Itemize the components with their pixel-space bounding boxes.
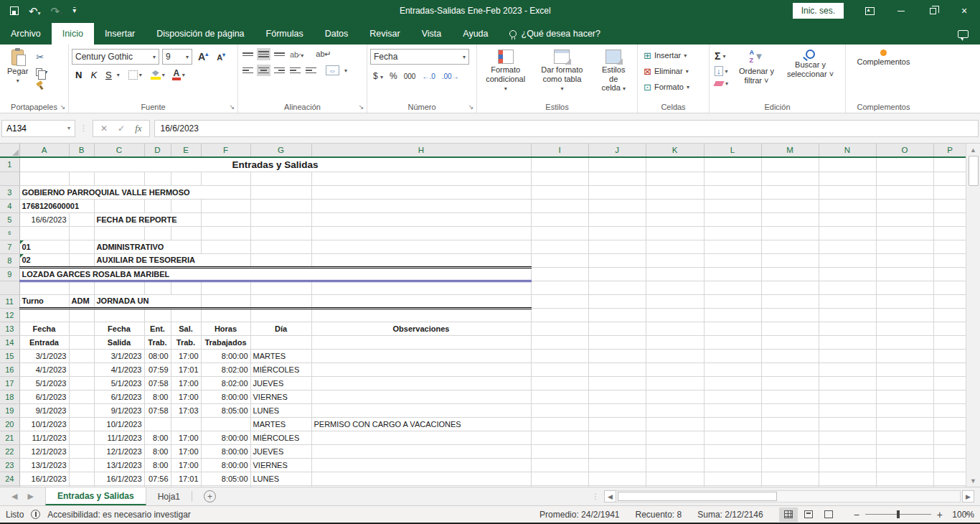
cell[interactable] — [646, 431, 704, 444]
alignment-dialog-launcher[interactable]: ↘ — [357, 103, 365, 111]
cell[interactable] — [704, 417, 761, 431]
cell[interactable]: 07:58 — [144, 403, 171, 417]
cell[interactable] — [311, 172, 531, 185]
cell[interactable]: 11/1/2023 — [94, 431, 144, 444]
cell[interactable] — [876, 281, 933, 294]
cell[interactable]: 8:00:00 — [201, 390, 250, 403]
cell[interactable] — [704, 403, 761, 417]
cell[interactable] — [69, 172, 94, 185]
cell[interactable] — [250, 253, 311, 267]
row-header[interactable]: 3 — [0, 185, 19, 199]
cell[interactable]: Turno — [19, 294, 69, 308]
cell[interactable] — [876, 390, 933, 403]
zoom-in-button[interactable]: + — [937, 510, 943, 520]
cell[interactable] — [531, 322, 588, 335]
scrollbar-gripper[interactable]: ⋮ — [592, 492, 598, 500]
cell[interactable] — [250, 240, 311, 253]
cell[interactable] — [646, 376, 704, 390]
cell[interactable] — [69, 362, 94, 376]
cell[interactable] — [819, 212, 876, 226]
cell[interactable] — [531, 157, 588, 172]
cell[interactable] — [588, 431, 646, 444]
cell[interactable] — [588, 349, 646, 362]
cell[interactable] — [704, 185, 761, 199]
cell[interactable] — [704, 431, 761, 444]
cell[interactable] — [704, 294, 761, 308]
cell[interactable] — [588, 240, 646, 253]
cell[interactable]: 12/1/2023 — [19, 444, 69, 458]
cell[interactable] — [311, 390, 531, 403]
cell[interactable] — [933, 308, 966, 322]
cell[interactable]: 8:02:00 — [201, 362, 250, 376]
cell[interactable] — [19, 308, 69, 322]
cell[interactable] — [819, 294, 876, 308]
cell[interactable] — [819, 431, 876, 444]
cell[interactable]: PERMISO CON CARGO A VACACIONES — [311, 417, 531, 431]
cell[interactable] — [761, 294, 819, 308]
cell[interactable]: 01 — [19, 240, 69, 253]
cell[interactable]: 6/1/2023 — [94, 390, 144, 403]
zoom-slider[interactable] — [865, 514, 931, 515]
cell[interactable]: Ent. — [144, 322, 171, 335]
cell[interactable] — [876, 308, 933, 322]
cell[interactable] — [69, 431, 94, 444]
align-bottom-icon[interactable] — [274, 51, 285, 57]
cell[interactable] — [761, 390, 819, 403]
cell[interactable] — [69, 458, 94, 472]
cell[interactable] — [588, 294, 646, 308]
cell[interactable] — [69, 322, 94, 335]
cell[interactable] — [531, 253, 588, 267]
cell[interactable] — [761, 157, 819, 172]
cell[interactable]: LUNES — [250, 472, 311, 485]
cell[interactable] — [819, 472, 876, 485]
cell[interactable] — [761, 376, 819, 390]
tell-me-search[interactable]: ¿Qué desea hacer? — [499, 23, 611, 45]
row-header[interactable]: 4 — [0, 199, 19, 212]
cell[interactable] — [250, 226, 311, 240]
cell[interactable]: 8:00 — [144, 390, 171, 403]
scroll-up-icon[interactable]: ▲ — [966, 144, 980, 156]
cell[interactable] — [531, 335, 588, 349]
column-header[interactable]: N — [819, 144, 876, 157]
column-header[interactable]: O — [876, 144, 933, 157]
column-header[interactable]: I — [531, 144, 588, 157]
cell[interactable]: ADMINISTRATIVO — [94, 240, 201, 253]
column-header[interactable]: M — [761, 144, 819, 157]
cell[interactable] — [876, 212, 933, 226]
cell[interactable] — [876, 403, 933, 417]
enter-entry-icon[interactable]: ✓ — [118, 123, 125, 134]
font-size-select[interactable]: 9▾ — [162, 49, 192, 65]
cell[interactable] — [646, 444, 704, 458]
cell[interactable]: 16/1/2023 — [94, 472, 144, 485]
cell[interactable] — [69, 403, 94, 417]
cell[interactable] — [69, 281, 94, 294]
cell[interactable] — [819, 281, 876, 294]
cell[interactable]: JORNADA UN — [94, 294, 201, 308]
cell[interactable] — [876, 185, 933, 199]
cell[interactable]: 17:03 — [171, 403, 201, 417]
cell[interactable] — [819, 226, 876, 240]
cell[interactable] — [646, 417, 704, 431]
currency-format-button[interactable]: $ ▾ — [373, 71, 383, 81]
fill-color-button[interactable] — [151, 70, 161, 80]
row-header[interactable]: 12 — [0, 308, 19, 322]
font-color-dropdown[interactable]: ▾ — [182, 72, 185, 78]
page-layout-view-button[interactable] — [799, 507, 818, 522]
cell[interactable] — [588, 199, 646, 212]
cell[interactable] — [933, 417, 966, 431]
cell[interactable] — [933, 349, 966, 362]
underline-dropdown[interactable]: ▾ — [117, 72, 120, 78]
cell[interactable] — [250, 294, 311, 308]
cell[interactable] — [588, 185, 646, 199]
cell[interactable] — [171, 199, 201, 212]
cell[interactable] — [646, 199, 704, 212]
cell[interactable]: 17:00 — [171, 431, 201, 444]
cell[interactable]: 10/1/2023 — [19, 417, 69, 431]
cell[interactable] — [531, 281, 588, 294]
tab-datos[interactable]: Datos — [314, 23, 359, 45]
cell[interactable] — [819, 199, 876, 212]
borders-icon[interactable] — [128, 70, 138, 80]
cell[interactable]: 8:00:00 — [201, 349, 250, 362]
cell[interactable] — [19, 172, 69, 185]
align-top-icon[interactable] — [242, 51, 253, 57]
